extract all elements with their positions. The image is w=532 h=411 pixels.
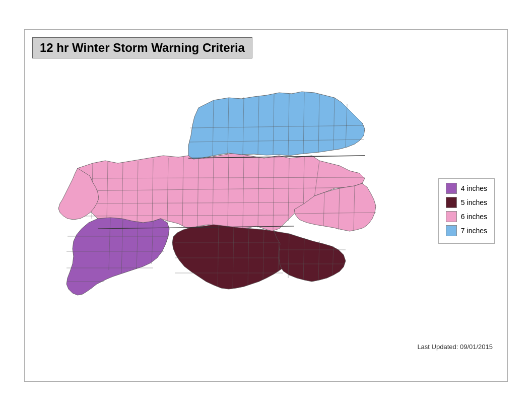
- legend-swatch-5inches: [446, 197, 457, 208]
- last-updated: Last Updated: 09/01/2015: [417, 343, 493, 351]
- legend-label-6inches: 6 inches: [461, 213, 487, 221]
- map-area: 4 inches 5 inches 6 inches 7 inches Last…: [32, 62, 500, 355]
- blue-region-7inches: [188, 92, 365, 159]
- legend-swatch-4inches: [446, 183, 457, 194]
- legend-label-4inches: 4 inches: [461, 184, 487, 192]
- purple-region-4inches: [66, 218, 169, 295]
- legend-label-7inches: 7 inches: [461, 227, 487, 235]
- legend-item-4inches: 4 inches: [446, 183, 487, 194]
- legend-item-5inches: 5 inches: [446, 197, 487, 208]
- map-svg: [32, 62, 425, 345]
- legend-label-5inches: 5 inches: [461, 198, 487, 207]
- legend-swatch-7inches: [446, 225, 457, 236]
- legend: 4 inches 5 inches 6 inches 7 inches: [438, 178, 495, 244]
- legend-item-7inches: 7 inches: [446, 225, 487, 236]
- maroon-coastal-extension: [274, 231, 346, 282]
- title-box: 12 hr Winter Storm Warning Criteria: [32, 37, 252, 58]
- page-title: 12 hr Winter Storm Warning Criteria: [40, 41, 245, 54]
- legend-item-6inches: 6 inches: [446, 211, 487, 222]
- legend-swatch-6inches: [446, 211, 457, 222]
- main-container: 12 hr Winter Storm Warning Criteria: [24, 29, 508, 382]
